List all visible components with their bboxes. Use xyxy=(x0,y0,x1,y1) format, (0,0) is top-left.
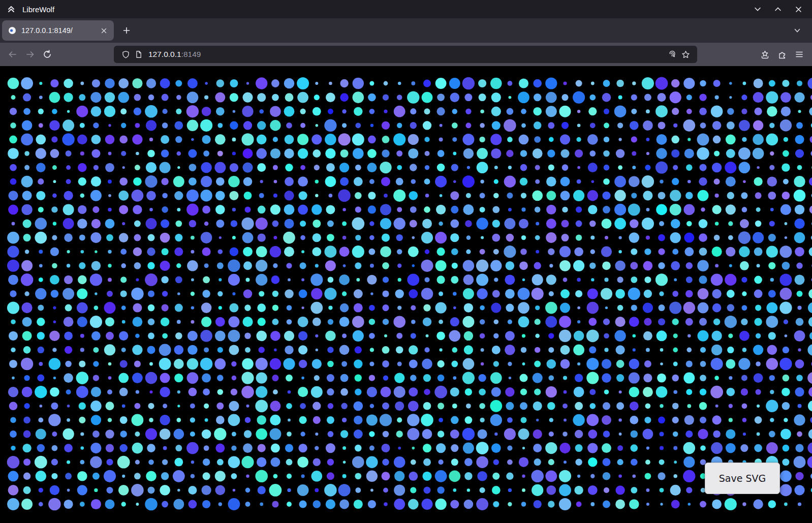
close-icon xyxy=(101,27,107,34)
close-window-button[interactable] xyxy=(792,3,805,16)
reload-button[interactable] xyxy=(39,46,56,63)
maximize-button[interactable] xyxy=(771,3,785,16)
chevron-down-icon xyxy=(793,26,801,35)
chevron-up-icon xyxy=(774,5,782,13)
url-host: 127.0.0.1 xyxy=(148,50,181,58)
extensions-button[interactable] xyxy=(773,46,791,63)
tab-close-button[interactable] xyxy=(98,24,110,37)
site-info-button[interactable] xyxy=(132,48,145,61)
reload-icon xyxy=(43,50,52,59)
tab-bar: 127.0.0.1:8149/ xyxy=(0,18,812,43)
librewolf-logo-icon xyxy=(6,4,16,14)
arrow-left-icon xyxy=(8,49,18,59)
page-icon xyxy=(135,50,143,58)
bookmarks-tray-icon xyxy=(760,50,770,59)
forward-button[interactable] xyxy=(21,46,39,63)
navigation-toolbar: 127.0.0.1:8149 xyxy=(0,43,812,66)
hamburger-menu-icon xyxy=(795,50,804,59)
puzzle-icon xyxy=(777,50,787,59)
back-button[interactable] xyxy=(4,46,21,63)
page-content: Save SVG xyxy=(0,66,812,523)
shield-icon xyxy=(121,50,130,59)
url-text: 127.0.0.1:8149 xyxy=(148,50,666,59)
bookmark-page-button[interactable] xyxy=(679,48,692,61)
dot-field-canvas xyxy=(0,66,812,513)
chevron-down-icon xyxy=(754,5,762,13)
tab-favicon-icon xyxy=(8,26,16,35)
window-title: LibreWolf xyxy=(22,5,54,14)
url-bar[interactable]: 127.0.0.1:8149 xyxy=(114,46,697,63)
new-tab-button[interactable] xyxy=(118,22,135,39)
shield-permissions-button[interactable] xyxy=(119,48,132,61)
tab-title: 127.0.0.1:8149/ xyxy=(21,26,98,35)
window-controls xyxy=(751,3,807,16)
plus-icon xyxy=(122,26,131,35)
close-icon xyxy=(795,6,802,13)
list-all-tabs-button[interactable] xyxy=(789,22,806,39)
window-titlebar: LibreWolf xyxy=(0,0,812,18)
fingerprint-protection-button[interactable] xyxy=(666,48,679,61)
arrow-right-icon xyxy=(25,49,35,59)
bookmarks-button[interactable] xyxy=(756,46,773,63)
tab-active[interactable]: 127.0.0.1:8149/ xyxy=(2,20,114,41)
save-svg-button[interactable]: Save SVG xyxy=(705,463,780,494)
minimize-button[interactable] xyxy=(751,3,764,16)
star-icon xyxy=(681,50,690,59)
app-menu-button[interactable] xyxy=(791,46,808,63)
fingerprint-icon xyxy=(668,50,677,59)
url-port: :8149 xyxy=(181,50,201,58)
